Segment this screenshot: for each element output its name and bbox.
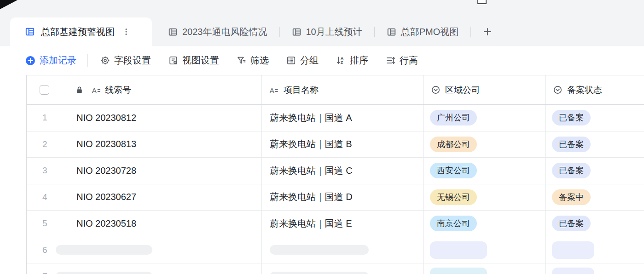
inactive-tabs: 2023年通电风险情况 10月上线预计 — [152, 17, 492, 46]
tab-label: 总部基建预警视图 — [41, 26, 115, 38]
row-number: 2 — [27, 139, 76, 149]
row-number: 4 — [27, 192, 76, 202]
filter-label: 筛选 — [250, 54, 269, 67]
tab-view-pmo[interactable]: 总部PMO视图 — [387, 26, 459, 38]
status-tag[interactable]: 已备案 — [552, 137, 591, 152]
table-row[interactable]: 5NIO 20230518 蔚来换电站｜国道 E 南京公司 已备案 — [27, 211, 644, 237]
loading-placeholder — [56, 272, 152, 274]
table-row[interactable]: 2NIO 20230813 蔚来换电站｜国道 B 成都公司 已备案 — [27, 131, 644, 158]
company-tag[interactable]: 成都公司 — [430, 137, 477, 152]
column-header-project[interactable]: A 项目名称 — [262, 75, 424, 104]
tab-label: 2023年通电风险情况 — [182, 26, 267, 38]
plus-circle-icon — [25, 56, 35, 66]
tab-divider — [470, 27, 471, 37]
row-height-button[interactable]: 行高 — [386, 54, 418, 67]
row-number: 5 — [27, 218, 76, 228]
clue-cell[interactable]: NIO 20230813 — [76, 139, 136, 149]
group-label: 分组 — [300, 54, 319, 67]
svg-text:Z: Z — [341, 60, 343, 65]
row-number: 3 — [27, 166, 76, 176]
add-view-button[interactable] — [483, 27, 492, 36]
toolbar: 添加记录 字段设置 视图设置 — [0, 46, 644, 75]
table-grid-icon — [292, 27, 302, 37]
company-tag[interactable]: 南京公司 — [430, 216, 477, 231]
sort-label: 排序 — [350, 54, 368, 67]
text-field-icon: A — [91, 85, 101, 95]
add-record-label: 添加记录 — [40, 54, 76, 67]
table-grid-icon — [25, 27, 35, 37]
row-number: 6 — [27, 245, 56, 255]
tab-view-october[interactable]: 10月上线预计 — [292, 26, 362, 38]
column-label: 区域公司 — [445, 84, 480, 96]
bitable-window: 总部基建预警视图 2023年通电风险情况 — [0, 0, 644, 274]
column-header-clue[interactable]: A 线索号 — [27, 75, 262, 104]
project-cell[interactable]: 蔚来换电站｜国道 C — [270, 165, 353, 177]
column-header-status[interactable]: 备案状态 — [546, 75, 644, 104]
row-number: 1 — [27, 113, 76, 123]
view-tab-bar: 总部基建预警视图 2023年通电风险情况 — [0, 0, 644, 46]
sort-button[interactable]: A Z 排序 — [336, 54, 368, 67]
status-tag[interactable]: 已备案 — [552, 163, 591, 178]
text-field-icon: A — [269, 85, 279, 95]
select-field-icon — [431, 85, 441, 95]
view-settings-icon — [168, 56, 178, 65]
svg-text:A: A — [270, 86, 274, 94]
clue-cell[interactable]: NIO 20230728 — [76, 166, 136, 176]
select-all-checkbox[interactable] — [40, 85, 49, 95]
tab-label: 总部PMO视图 — [401, 26, 459, 38]
company-tag[interactable]: 无锡公司 — [430, 189, 477, 205]
table-row-loading[interactable]: 7 — [27, 263, 644, 274]
add-record-button[interactable]: 添加记录 — [25, 54, 76, 67]
company-tag[interactable]: 西安公司 — [430, 163, 477, 178]
column-label: 备案状态 — [567, 84, 602, 96]
clue-cell[interactable]: NIO 20230812 — [76, 113, 136, 123]
table-row[interactable]: 1NIO 20230812 蔚来换电站｜国道 A 广州公司 已备案 — [27, 105, 644, 131]
table-grid-icon — [168, 27, 178, 37]
loading-placeholder — [430, 268, 487, 274]
loading-placeholder — [552, 268, 594, 274]
row-height-label: 行高 — [400, 54, 418, 67]
table-row[interactable]: 3NIO 20230728 蔚来换电站｜国道 C 西安公司 已备案 — [27, 158, 644, 184]
loading-placeholder — [430, 241, 487, 259]
tab-divider — [279, 27, 280, 37]
group-icon — [286, 56, 296, 65]
tab-view-risk[interactable]: 2023年通电风险情况 — [168, 26, 267, 38]
group-button[interactable]: 分组 — [286, 54, 319, 67]
company-tag[interactable]: 广州公司 — [430, 110, 477, 126]
status-tag[interactable]: 备案中 — [552, 189, 591, 205]
grid-header-row: A 线索号 A 项目名称 — [27, 75, 644, 105]
project-cell[interactable]: 蔚来换电站｜国道 B — [270, 138, 352, 150]
clue-cell[interactable]: NIO 20230627 — [76, 192, 136, 202]
tab-active-view[interactable]: 总部基建预警视图 — [10, 17, 152, 46]
column-label: 项目名称 — [284, 84, 319, 96]
project-cell[interactable]: 蔚来换电站｜国道 D — [270, 191, 353, 203]
column-header-company[interactable]: 区域公司 — [424, 75, 546, 104]
row-number: 7 — [27, 271, 56, 274]
status-tag[interactable]: 已备案 — [552, 216, 591, 231]
loading-placeholder — [270, 272, 369, 274]
project-cell[interactable]: 蔚来换电站｜国道 E — [270, 217, 352, 230]
tab-label: 10月上线预计 — [306, 26, 362, 38]
filter-button[interactable]: 筛选 — [237, 54, 269, 67]
tab-divider — [374, 27, 375, 37]
clue-cell[interactable]: NIO 20230518 — [76, 218, 136, 229]
project-cell[interactable]: 蔚来换电站｜国道 A — [270, 112, 352, 124]
field-settings-button[interactable]: 字段设置 — [100, 54, 151, 67]
view-settings-button[interactable]: 视图设置 — [168, 54, 219, 67]
more-vertical-icon[interactable] — [122, 28, 130, 36]
table-row-loading[interactable]: 6 — [27, 237, 644, 264]
select-field-icon — [553, 85, 563, 95]
window-edge-artifact — [477, 0, 487, 4]
gear-icon — [100, 56, 110, 65]
lock-icon — [75, 86, 84, 94]
status-tag[interactable]: 已备案 — [552, 110, 591, 126]
table-row[interactable]: 4NIO 20230627 蔚来换电站｜国道 D 无锡公司 备案中 — [27, 184, 644, 211]
loading-placeholder — [270, 245, 369, 255]
row-height-icon — [386, 56, 395, 65]
filter-icon — [237, 56, 246, 65]
sort-icon: A Z — [336, 56, 346, 65]
svg-text:A: A — [92, 86, 97, 94]
table-grid-icon — [387, 27, 396, 37]
field-settings-label: 字段设置 — [114, 54, 151, 67]
loading-placeholder — [56, 245, 152, 255]
